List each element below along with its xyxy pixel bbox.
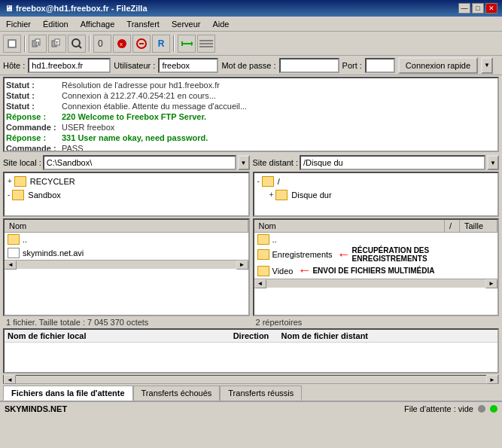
arrow-icon: ← xyxy=(297,263,311,279)
remote-tree-panel[interactable]: - / + Disque dur xyxy=(253,172,500,217)
toolbar-btn-7[interactable]: R xyxy=(152,35,170,53)
toolbar-btn-3[interactable]: T xyxy=(48,35,66,53)
status-bars: 1 fichier. Taille totale : 7 045 370 oct… xyxy=(3,318,499,327)
remote-file-row[interactable]: Enregistrements xyxy=(254,248,336,261)
port-label: Port : xyxy=(342,61,362,70)
tree-item[interactable]: - / xyxy=(256,175,497,188)
file-icon xyxy=(8,248,20,258)
transfer-hscroll[interactable]: ◄ ► xyxy=(3,375,499,384)
connect-dropdown[interactable]: ▼ xyxy=(481,57,493,74)
utilisateur-input[interactable] xyxy=(158,58,218,73)
menu-bar: Fichier Édition Affichage Transfert Serv… xyxy=(0,17,502,32)
tree-item[interactable]: + RECYCLER xyxy=(6,175,247,188)
menu-serveur[interactable]: Serveur xyxy=(169,19,204,29)
remote-hscroll[interactable]: ◄ ► xyxy=(254,279,498,288)
close-button[interactable]: ✕ xyxy=(485,3,497,14)
bottom-tabs: Fichiers dans la file d'attente Transfer… xyxy=(3,386,499,401)
log-line: Statut : Résolution de l'adresse pour hd… xyxy=(6,80,496,90)
remote-col-nom[interactable]: Nom xyxy=(254,220,446,232)
file-name: .. xyxy=(23,233,27,245)
remote-site-panel: Site distant : ▼ - / + Disque dur xyxy=(253,155,500,217)
local-file-row[interactable]: .. xyxy=(5,233,248,246)
svg-text:0: 0 xyxy=(98,38,103,49)
local-file-header: Nom xyxy=(5,220,248,233)
folder-icon xyxy=(257,266,269,276)
local-file-row[interactable]: skyminds.net.avi xyxy=(5,246,248,260)
main-file-panels: Nom .. skyminds.net.avi ◄ ► Nom / Taille… xyxy=(3,218,499,316)
remote-file-row-annotated[interactable]: Video ← ENVOI DE FICHIERS MULTIMÉDIA xyxy=(254,263,498,279)
brand-text: SKYMINDS.NET xyxy=(5,404,67,413)
remote-col-slash[interactable]: / xyxy=(445,220,460,232)
motdepasse-label: Mot de passe : xyxy=(221,61,275,70)
footer-status: File d'attente : vide xyxy=(404,404,497,413)
remote-file-list[interactable]: Nom / Taille .. Enregistrements ← RÉCUPÉ… xyxy=(253,218,500,316)
remote-status: 2 répertoires xyxy=(253,318,500,327)
connect-button[interactable]: Connexion rapide xyxy=(398,57,478,74)
local-file-list[interactable]: Nom .. skyminds.net.avi ◄ ► xyxy=(3,218,250,316)
local-status: 1 fichier. Taille totale : 7 045 370 oct… xyxy=(3,318,250,327)
tab-failed[interactable]: Transferts échoués xyxy=(133,386,221,401)
expand-icon: - xyxy=(8,189,10,201)
toolbar-btn-1[interactable] xyxy=(3,35,21,53)
tree-item-label: Sandbox xyxy=(28,189,60,201)
menu-affichage[interactable]: Affichage xyxy=(78,19,118,29)
local-col-nom[interactable]: Nom xyxy=(5,220,248,232)
folder-icon xyxy=(275,190,288,200)
port-input[interactable] xyxy=(365,58,395,73)
toolbar-btn-5[interactable]: x xyxy=(113,35,131,53)
arrow-icon: ← xyxy=(337,247,351,263)
tab-success[interactable]: Transferts réussis xyxy=(220,386,302,401)
scroll-left[interactable]: ◄ xyxy=(4,375,16,384)
password-input[interactable] xyxy=(279,58,339,73)
local-tree-panel[interactable]: + RECYCLER - Sandbox xyxy=(3,172,250,217)
annotation-enregistrements: RÉCUPÉRATION DES ENREGISTREMENTS xyxy=(352,246,497,263)
toolbar: N T 0 x R xyxy=(0,32,502,56)
file-name: .. xyxy=(272,233,277,245)
local-path-bar: Site local : ▼ xyxy=(3,155,250,170)
svg-text:T: T xyxy=(56,41,59,45)
local-path-input[interactable] xyxy=(43,155,236,170)
folder-icon xyxy=(14,176,26,187)
svg-line-9 xyxy=(79,46,81,48)
tab-queue[interactable]: Fichiers dans la file d'attente xyxy=(3,386,133,401)
remote-path-bar: Site distant : ▼ xyxy=(253,155,500,170)
status-footer: SKYMINDS.NET File d'attente : vide xyxy=(0,401,502,416)
folder-icon xyxy=(262,176,274,187)
remote-path-input[interactable] xyxy=(300,155,485,170)
menu-fichier[interactable]: Fichier xyxy=(3,19,34,29)
remote-file-row[interactable]: Video xyxy=(254,264,297,278)
menu-aide[interactable]: Aide xyxy=(209,19,232,29)
toolbar-btn-search[interactable] xyxy=(68,35,86,53)
utilisateur-label: Utilisateur : xyxy=(114,61,155,70)
toolbar-btn-2[interactable]: N xyxy=(29,35,47,53)
menu-transfert[interactable]: Transfert xyxy=(123,19,163,29)
menu-edition[interactable]: Édition xyxy=(40,19,71,29)
maximize-button[interactable]: □ xyxy=(472,3,484,14)
scroll-left[interactable]: ◄ xyxy=(254,279,266,288)
svg-text:x: x xyxy=(120,41,123,47)
local-path-dropdown[interactable]: ▼ xyxy=(238,155,250,170)
hote-input[interactable] xyxy=(28,58,111,73)
tree-item[interactable]: - Sandbox xyxy=(6,188,247,202)
expand-icon: + xyxy=(269,189,274,201)
scroll-right[interactable]: ► xyxy=(485,279,497,288)
local-hscroll[interactable]: ◄ ► xyxy=(5,260,248,269)
remote-path-dropdown[interactable]: ▼ xyxy=(487,155,499,170)
tree-item[interactable]: + Disque dur xyxy=(256,188,497,202)
expand-icon: - xyxy=(257,175,260,187)
minimize-button[interactable]: — xyxy=(458,3,470,14)
file-name: Enregistrements xyxy=(272,248,333,261)
scroll-right[interactable]: ► xyxy=(486,375,498,384)
file-name: skyminds.net.avi xyxy=(23,247,84,259)
folder-icon xyxy=(257,249,269,260)
toolbar-btn-9[interactable] xyxy=(197,35,215,53)
remote-col-taille[interactable]: Taille xyxy=(460,220,497,232)
toolbar-btn-8[interactable] xyxy=(178,35,196,53)
remote-file-row-annotated[interactable]: Enregistrements ← RÉCUPÉRATION DES ENREG… xyxy=(254,246,498,263)
remote-file-row[interactable]: .. xyxy=(254,233,498,246)
remote-status-text: 2 répertoires xyxy=(253,316,306,328)
toolbar-btn-6[interactable] xyxy=(132,35,151,53)
scroll-right[interactable]: ► xyxy=(236,261,248,270)
scroll-left[interactable]: ◄ xyxy=(5,261,17,270)
toolbar-btn-4[interactable]: 0 xyxy=(93,35,111,53)
